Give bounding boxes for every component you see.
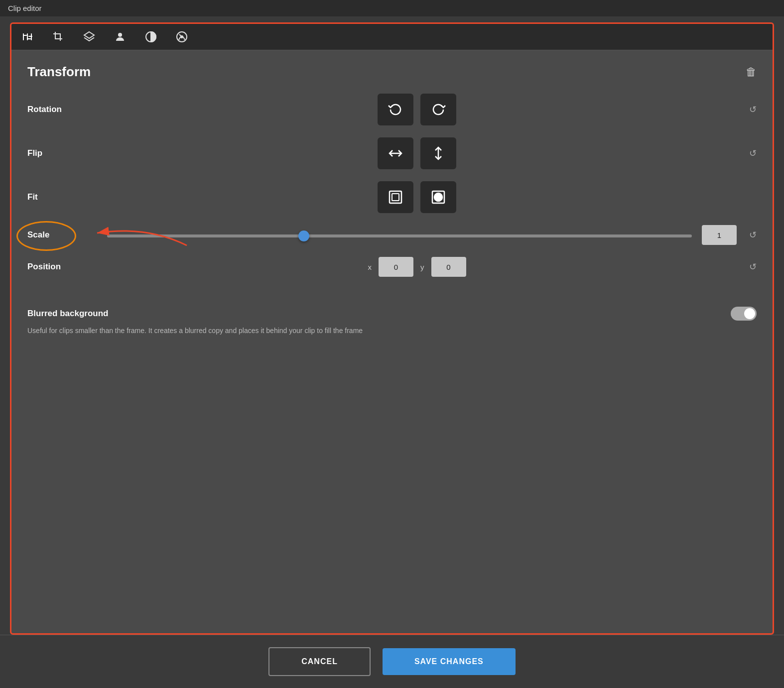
toggle-thumb xyxy=(744,308,755,319)
svg-rect-3 xyxy=(27,38,31,39)
sliders-icon[interactable] xyxy=(19,29,35,45)
flip-label: Flip xyxy=(27,148,97,158)
toolbar xyxy=(11,24,773,50)
position-x-input[interactable] xyxy=(379,257,413,277)
fit-contain-button[interactable] xyxy=(378,181,413,213)
svg-rect-5 xyxy=(28,36,32,37)
x-label: x xyxy=(368,263,372,271)
svg-marker-6 xyxy=(84,32,94,38)
position-reset[interactable]: ↺ xyxy=(737,261,757,272)
position-y-input[interactable] xyxy=(431,257,466,277)
svg-point-14 xyxy=(434,193,442,201)
content-area: Transform 🗑 Rotation xyxy=(11,50,773,633)
svg-rect-12 xyxy=(392,194,399,201)
gauge-icon[interactable] xyxy=(174,29,190,45)
flip-row: Flip xyxy=(27,137,757,169)
title-bar: Clip editor xyxy=(0,0,784,16)
rotation-row: Rotation ↺ xyxy=(27,94,757,125)
bottom-bar: CANCEL SAVE CHANGES xyxy=(0,635,784,688)
fit-cover-button[interactable] xyxy=(420,181,456,213)
flip-vertical-button[interactable] xyxy=(420,137,456,169)
rotation-reset[interactable]: ↺ xyxy=(737,104,757,115)
flip-controls xyxy=(97,137,737,169)
y-label: y xyxy=(420,263,424,271)
rotation-controls xyxy=(97,94,737,125)
flip-reset[interactable]: ↺ xyxy=(737,148,757,159)
rotation-label: Rotation xyxy=(27,105,97,115)
crop-icon[interactable] xyxy=(50,29,66,45)
save-changes-button[interactable]: SAVE CHANGES xyxy=(383,648,516,675)
section-header: Transform 🗑 xyxy=(27,64,757,80)
section-title: Transform xyxy=(27,64,91,80)
cancel-button[interactable]: CANCEL xyxy=(268,647,371,676)
flip-horizontal-button[interactable] xyxy=(378,137,413,169)
window-title: Clip editor xyxy=(8,4,42,12)
scale-row: Scale ↺ xyxy=(27,225,757,245)
contrast-icon[interactable] xyxy=(143,29,159,45)
blurred-background-section: Blurred background Useful for clips smal… xyxy=(27,297,757,336)
blur-header: Blurred background xyxy=(27,307,757,321)
blur-title: Blurred background xyxy=(27,309,108,319)
editor-panel: Transform 🗑 Rotation xyxy=(10,22,774,635)
svg-rect-0 xyxy=(23,33,24,40)
position-row: Position x y ↺ xyxy=(27,257,757,277)
position-label: Position xyxy=(27,262,97,272)
scale-slider[interactable] xyxy=(107,234,692,237)
scale-value-input[interactable] xyxy=(702,225,737,245)
svg-rect-1 xyxy=(23,35,27,36)
scale-label: Scale xyxy=(27,230,49,240)
fit-controls xyxy=(97,181,737,213)
svg-rect-11 xyxy=(390,191,401,203)
person-icon[interactable] xyxy=(112,29,128,45)
svg-point-7 xyxy=(118,33,122,37)
delete-icon[interactable]: 🗑 xyxy=(746,66,757,79)
fit-label: Fit xyxy=(27,192,97,202)
scale-reset[interactable]: ↺ xyxy=(737,229,757,240)
position-controls: x y xyxy=(97,257,737,277)
fit-row: Fit xyxy=(27,181,757,213)
rotate-ccw-button[interactable] xyxy=(378,94,413,125)
rotate-cw-button[interactable] xyxy=(420,94,456,125)
blur-description: Useful for clips smaller than the frame.… xyxy=(27,326,426,336)
layers-icon[interactable] xyxy=(81,29,97,45)
blurred-background-toggle[interactable] xyxy=(731,307,757,321)
main-container: Transform 🗑 Rotation xyxy=(0,16,784,635)
